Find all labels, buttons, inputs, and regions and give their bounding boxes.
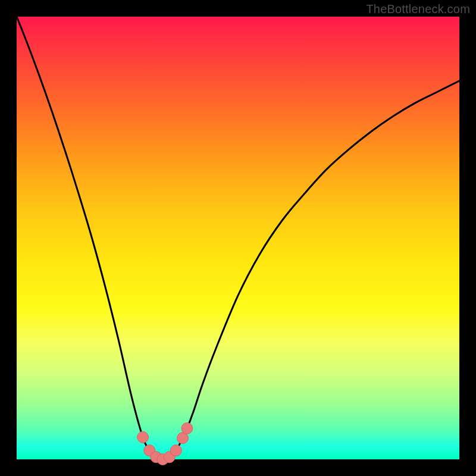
chart-overlay <box>0 0 476 476</box>
watermark-text: TheBottleneck.com <box>366 2 470 16</box>
optimal-marker <box>170 445 181 456</box>
bottleneck-curve <box>17 17 459 459</box>
optimal-marker <box>137 431 149 443</box>
optimal-marker <box>181 422 193 434</box>
